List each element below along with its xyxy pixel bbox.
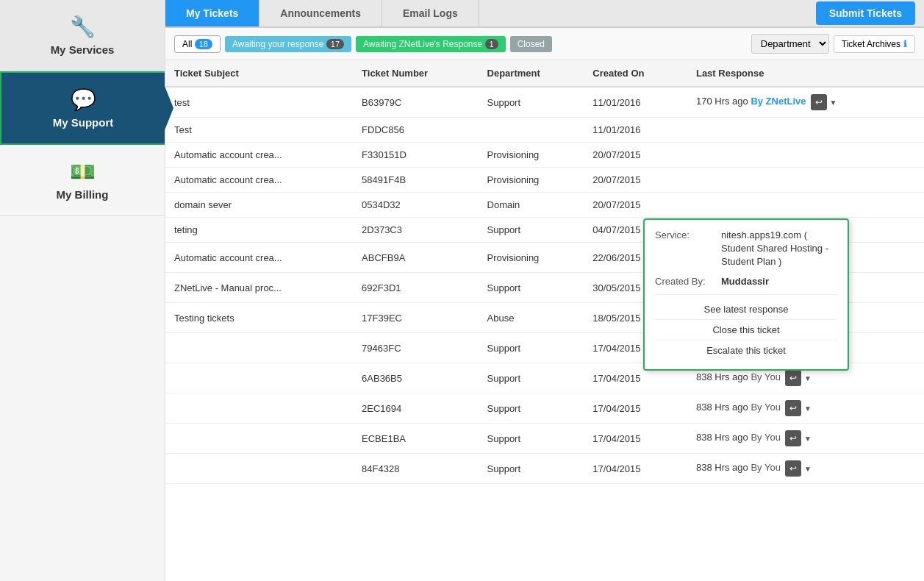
table-row[interactable]: ECBE1BASupport17/04/2015838 Hrs ago By Y… — [165, 424, 924, 454]
department-select[interactable]: Department — [751, 34, 829, 54]
cell-number: 17F39EC — [353, 303, 478, 333]
dropdown-arrow-icon[interactable]: ▼ — [804, 374, 812, 382]
ticket-popup-card: Service: nitesh.apps19.com ( Student Sha… — [643, 218, 849, 371]
cell-created: 20/07/2015 — [584, 143, 687, 168]
filter-awaiting-response-button[interactable]: Awaiting your response 17 — [225, 36, 351, 52]
popup-close-ticket[interactable]: Close this ticket — [655, 320, 837, 341]
tab-my-tickets[interactable]: My Tickets — [165, 0, 259, 26]
sidebar-label-my-services: My Services — [51, 43, 115, 56]
cell-last-response — [687, 118, 924, 143]
filter-closed-button[interactable]: Closed — [510, 36, 552, 52]
cell-department: Support — [479, 393, 584, 424]
dropdown-arrow-icon[interactable]: ▼ — [830, 99, 837, 107]
cell-department: Support — [479, 87, 584, 118]
dropdown-arrow-icon[interactable]: ▼ — [804, 465, 812, 473]
dropdown-arrow-icon[interactable]: ▼ — [804, 435, 812, 443]
popup-see-latest-response[interactable]: See latest response — [655, 299, 837, 320]
cell-number: 2D373C3 — [353, 218, 478, 243]
table-header-row: Ticket Subject Ticket Number Department … — [165, 60, 924, 87]
cell-last-response — [687, 193, 924, 218]
cell-last-response — [687, 168, 924, 193]
cell-created: 11/01/2016 — [584, 118, 687, 143]
cell-department: Support — [479, 363, 584, 393]
reply-icon[interactable]: ↩ — [785, 370, 801, 386]
sidebar-item-my-services[interactable]: 🔧 My Services — [0, 0, 165, 71]
submit-tickets-button[interactable]: Submit Tickets — [816, 1, 915, 25]
table-row[interactable]: testB63979CSupport11/01/2016170 Hrs ago … — [165, 87, 924, 118]
popup-created-by-label: Created By: — [655, 275, 721, 288]
filter-all-button[interactable]: All 18 — [174, 35, 221, 53]
cell-created: 11/01/2016 — [584, 87, 687, 118]
reply-icon[interactable]: ↩ — [785, 430, 801, 446]
cell-created: 20/07/2015 — [584, 168, 687, 193]
popup-created-by-row: Created By: Muddassir — [655, 275, 837, 288]
tab-announcements[interactable]: Announcements — [259, 0, 382, 26]
table-row[interactable]: 2EC1694Support17/04/2015838 Hrs ago By Y… — [165, 393, 924, 424]
table-row[interactable]: TestFDDC85611/01/2016 — [165, 118, 924, 143]
popup-divider — [655, 294, 837, 295]
col-number: Ticket Number — [353, 60, 478, 87]
cell-number: 2EC1694 — [353, 393, 478, 424]
awaiting2-count-badge: 1 — [485, 39, 498, 49]
cell-number: 692F3D1 — [353, 273, 478, 303]
table-row[interactable]: Automatic account crea...58491F4BProvisi… — [165, 168, 924, 193]
table-row[interactable]: Automatic account crea...F330151DProvisi… — [165, 143, 924, 168]
cell-number: 79463FC — [353, 333, 478, 363]
awaiting-count-badge: 17 — [326, 39, 344, 49]
cell-subject: test — [165, 87, 353, 118]
cell-department: Support — [479, 333, 584, 363]
info-icon: ℹ — [903, 39, 907, 49]
cell-last-response: 170 Hrs ago By ZNetLive↩▼ — [687, 87, 924, 118]
cell-number: ECBE1BA — [353, 424, 478, 454]
table-row[interactable]: domain sever0534D32Domain20/07/2015 — [165, 193, 924, 218]
col-department: Department — [479, 60, 584, 87]
sidebar-item-my-billing[interactable]: 💵 My Billing — [0, 145, 165, 216]
cell-department: Support — [479, 424, 584, 454]
cell-number: 0534D32 — [353, 193, 478, 218]
cell-subject: Testing tickets — [165, 303, 353, 333]
reply-icon[interactable]: ↩ — [785, 400, 801, 416]
response-by: By You — [751, 371, 781, 382]
cell-number: 6AB36B5 — [353, 363, 478, 393]
cell-subject: Test — [165, 118, 353, 143]
cell-department: Support — [479, 218, 584, 243]
cell-created: 17/04/2015 — [584, 393, 687, 424]
cell-number: FDDC856 — [353, 118, 478, 143]
popup-service-value: nitesh.apps19.com ( Student Shared Hosti… — [721, 229, 837, 269]
response-by: By ZNetLive — [751, 96, 806, 107]
cell-last-response: 838 Hrs ago By You↩▼ — [687, 454, 924, 484]
col-subject: Ticket Subject — [165, 60, 353, 87]
chat-icon: 💬 — [71, 88, 96, 112]
cell-subject: ZNetLive - Manual proc... — [165, 273, 353, 303]
sidebar-item-my-support[interactable]: 💬 My Support — [0, 71, 165, 145]
cell-subject: Automatic account crea... — [165, 168, 353, 193]
reply-icon[interactable]: ↩ — [785, 460, 801, 477]
filter-awaiting-znetlive-button[interactable]: Awaiting ZNetLive's Response 1 — [356, 36, 506, 52]
cell-department: Support — [479, 273, 584, 303]
cell-subject: Automatic account crea... — [165, 243, 353, 273]
all-count-badge: 18 — [195, 39, 212, 49]
popup-service-row: Service: nitesh.apps19.com ( Student Sha… — [655, 229, 837, 269]
cell-subject — [165, 363, 353, 393]
cell-last-response — [687, 143, 924, 168]
ticket-archives-label: Ticket Archives — [842, 39, 900, 49]
top-tab-bar: My Tickets Announcements Email Logs Subm… — [165, 0, 924, 28]
ticket-archives-button[interactable]: Ticket Archives ℹ — [834, 35, 915, 53]
popup-service-label: Service: — [655, 229, 721, 269]
table-area: Ticket Subject Ticket Number Department … — [165, 60, 924, 581]
response-by: By You — [751, 462, 781, 473]
filter-bar: All 18 Awaiting your response 17 Awaitin… — [165, 28, 924, 60]
cell-number: B63979C — [353, 87, 478, 118]
table-row[interactable]: 84F4328Support17/04/2015838 Hrs ago By Y… — [165, 454, 924, 484]
response-by: By You — [751, 432, 781, 443]
cell-last-response: 838 Hrs ago By You↩▼ — [687, 393, 924, 424]
col-last-response: Last Response — [687, 60, 924, 87]
dropdown-arrow-icon[interactable]: ▼ — [804, 404, 812, 413]
tab-email-logs[interactable]: Email Logs — [382, 0, 479, 26]
popup-escalate-ticket[interactable]: Escalate this ticket — [655, 341, 837, 360]
cell-last-response: 838 Hrs ago By You↩▼ — [687, 424, 924, 454]
billing-icon: 💵 — [70, 160, 96, 184]
popup-created-by-value: Muddassir — [721, 275, 769, 288]
cell-created: 17/04/2015 — [584, 424, 687, 454]
reply-icon[interactable]: ↩ — [811, 94, 827, 110]
